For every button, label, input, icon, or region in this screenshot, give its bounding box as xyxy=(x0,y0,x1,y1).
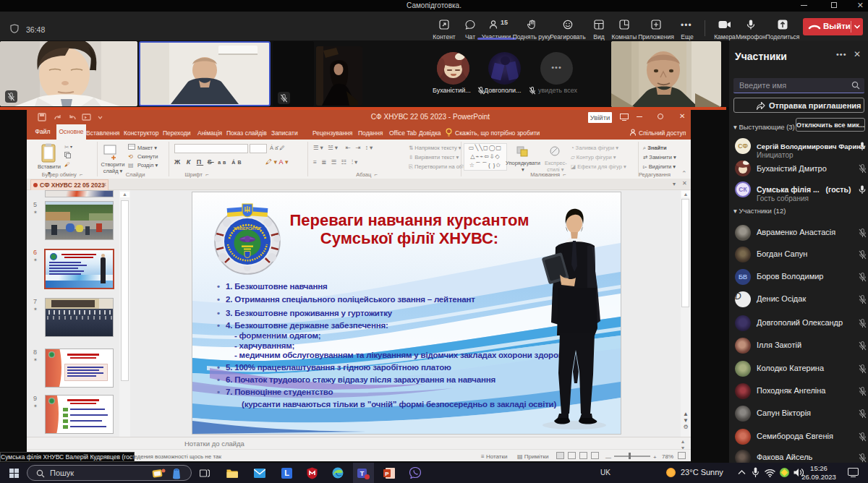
svg-text:T: T xyxy=(360,470,365,477)
svg-text:P: P xyxy=(385,471,389,477)
